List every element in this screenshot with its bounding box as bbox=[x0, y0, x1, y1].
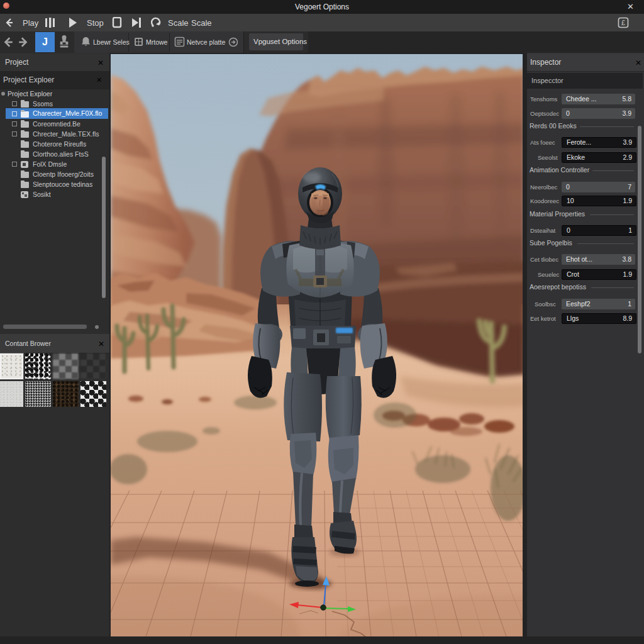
svg-text:£: £ bbox=[621, 19, 625, 26]
